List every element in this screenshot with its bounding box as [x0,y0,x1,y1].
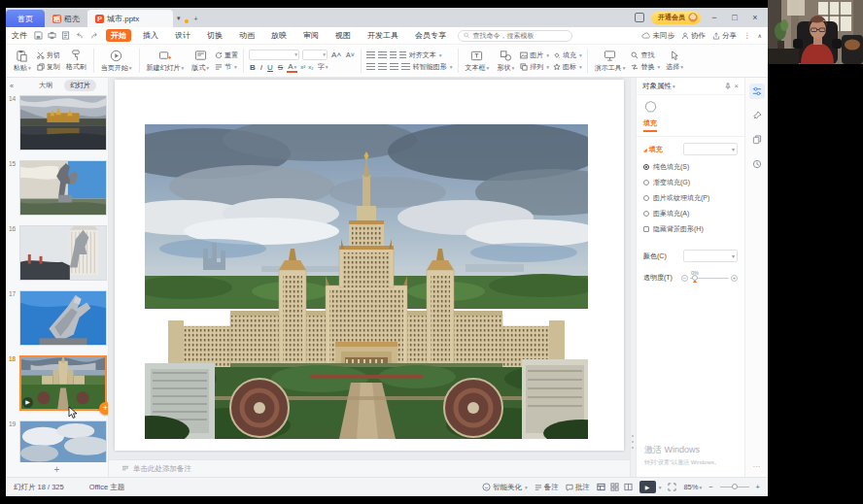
cut-button[interactable]: 剪切 [37,50,60,60]
slide-thumbnail-17[interactable]: 17 [19,290,107,346]
zoom-slider-handle[interactable] [732,484,738,489]
subscript-button[interactable]: x₂ [308,64,313,70]
slide-thumbnail-14[interactable]: 14 [19,95,107,151]
new-slide-button[interactable]: 新建幻灯片 [145,46,187,76]
character-tools-button[interactable]: 字 [317,62,329,72]
command-search[interactable] [458,30,572,42]
search-input[interactable] [472,32,567,39]
slide-thumbnail-18-selected[interactable]: 18 [19,355,107,411]
picture-button[interactable]: 图片 [520,50,549,60]
option-pattern-fill[interactable]: 图案填充(A) [643,209,738,218]
menu-insert[interactable]: 插入 [138,29,163,42]
notes-bar[interactable]: 单击此处添加备注 [109,459,630,477]
thumbnail-add-overlay[interactable]: + [99,402,108,415]
undo-icon[interactable] [75,31,85,40]
present-tools-button[interactable]: 演示工具 [593,46,628,76]
menu-design[interactable]: 设计 [170,29,195,42]
section-collapse-icon[interactable]: ◢ [643,147,647,152]
minimize-button[interactable]: − [708,13,721,22]
decrease-icon[interactable]: − [681,275,688,282]
menu-file[interactable]: 文件 [12,30,27,41]
decrease-indent-icon[interactable] [390,51,397,58]
collapse-panel-icon[interactable]: « [10,83,14,89]
share-button[interactable]: 分享 [712,31,737,41]
find-button[interactable]: 查找 [631,50,660,60]
fill-style-dropdown[interactable] [683,143,738,155]
layout-button[interactable]: 版式 [190,46,211,76]
font-color-button[interactable]: A [287,62,297,73]
fit-to-window-icon[interactable] [668,483,676,491]
quick-access-pin-icon[interactable] [749,108,765,123]
italic-button[interactable]: I [259,63,263,72]
increase-indent-icon[interactable] [399,51,406,58]
normal-view-icon[interactable] [597,483,605,491]
bold-button[interactable]: B [249,63,257,72]
zoom-out-button[interactable]: − [708,483,712,491]
more-ellipsis-icon[interactable]: ··· [753,462,761,471]
clipboard-panel-icon[interactable] [749,132,765,148]
copy-button[interactable]: 复制 [37,62,60,72]
history-clock-icon[interactable] [749,156,765,172]
replace-button[interactable]: 替换 [631,62,660,72]
paste-button[interactable]: 粘贴 [12,46,33,76]
redo-icon[interactable] [89,31,99,40]
color-dropdown[interactable] [683,250,738,262]
menu-member[interactable]: 会员专享 [410,29,451,42]
menu-animation[interactable]: 动画 [234,29,259,42]
option-solid-fill[interactable]: 纯色填充(S) [643,162,738,172]
decrease-font-icon[interactable]: A˅ [345,51,356,58]
menu-review[interactable]: 审阅 [298,29,324,42]
font-family-select[interactable] [249,50,299,60]
current-slide[interactable] [115,80,624,451]
section-button[interactable]: 节 [215,62,238,72]
apps-grid-icon[interactable] [635,13,644,22]
option-picture-fill[interactable]: 图片或纹理填充(P) [643,193,738,203]
zoom-in-button[interactable]: + [756,483,760,491]
sync-status[interactable]: 未同步 [641,31,675,41]
reset-button[interactable]: 重置 [215,50,238,60]
superscript-button[interactable]: x² [300,64,305,70]
menu-start[interactable]: 开始 [106,29,131,42]
font-size-select[interactable] [302,50,328,60]
select-button[interactable]: 选择 [664,46,685,76]
fill-button[interactable]: 填充 [553,50,582,60]
tab-home[interactable]: 首页 [6,10,45,27]
menu-view[interactable]: 视图 [330,29,356,42]
smart-beautify-button[interactable]: 智能美化 [482,483,528,492]
numbering-icon[interactable] [378,51,387,58]
format-painter-button[interactable]: 格式刷 [64,46,88,76]
close-panel-icon[interactable]: × [734,82,739,90]
to-smartart-button[interactable]: 转智能图形 [413,62,453,72]
zoom-slider[interactable] [720,487,749,487]
align-right-icon[interactable] [390,63,398,70]
new-tab-button[interactable]: + [190,10,202,27]
menu-transition[interactable]: 切换 [202,29,227,42]
arrange-button[interactable]: 排列 [520,62,549,72]
save-icon[interactable] [34,31,43,40]
member-badge[interactable]: 开通会员 [651,12,701,24]
slide-thumbnail-15[interactable]: 15 [19,160,107,216]
webcam-video-overlay[interactable] [768,0,863,64]
maximize-button[interactable]: □ [728,13,742,22]
zoom-level[interactable]: 85% [683,483,702,491]
strikethrough-button[interactable]: S [277,63,284,72]
transparency-slider[interactable]: − 0% + [681,275,738,282]
slide-canvas[interactable] [109,78,630,459]
print-icon[interactable] [48,31,56,40]
text-box-button[interactable]: 文本框 [464,46,492,76]
tab-outline[interactable]: 大纲 [33,80,58,91]
shapes-button[interactable]: 形状 [495,46,516,76]
option-hide-background[interactable]: 隐藏背景图形(H) [643,224,738,234]
play-options-dropdown[interactable] [658,483,662,491]
play-from-page-button[interactable]: 当页开始 [99,46,134,76]
align-center-icon[interactable] [378,63,387,70]
increase-font-icon[interactable]: A˄ [330,50,342,59]
more-options-icon[interactable]: ⋮ [743,31,751,40]
properties-sliders-icon[interactable] [749,84,765,99]
slide-photo-msu[interactable] [145,124,588,439]
comment-toggle[interactable]: 批注 [566,483,590,492]
collaborate-button[interactable]: 协作 [681,31,706,41]
thumbnail-play-overlay[interactable]: ▶ [22,397,33,408]
collapse-ribbon-icon[interactable]: ∧ [758,32,762,39]
add-slide-button[interactable]: + [6,462,108,477]
